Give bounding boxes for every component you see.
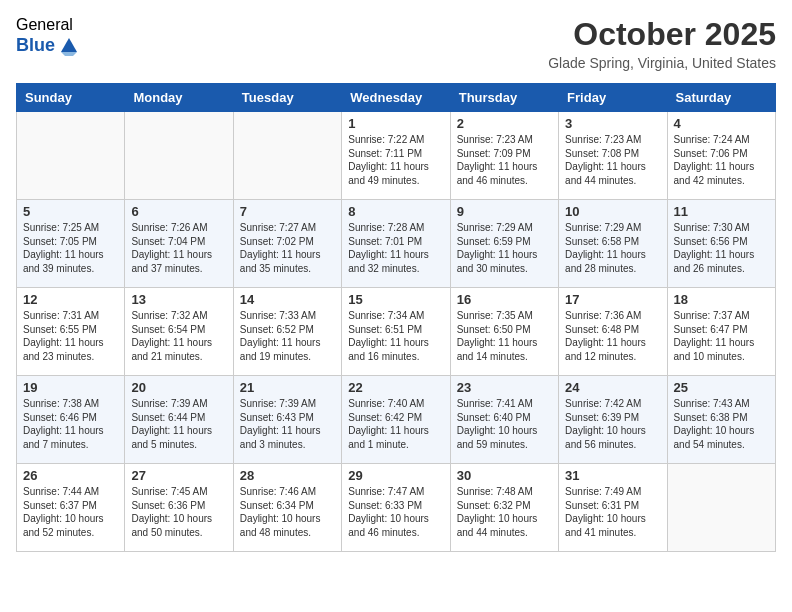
day-number: 24: [565, 380, 660, 395]
day-info: Sunrise: 7:30 AM Sunset: 6:56 PM Dayligh…: [674, 221, 769, 275]
calendar-cell: 23Sunrise: 7:41 AM Sunset: 6:40 PM Dayli…: [450, 376, 558, 464]
day-info: Sunrise: 7:24 AM Sunset: 7:06 PM Dayligh…: [674, 133, 769, 187]
day-info: Sunrise: 7:26 AM Sunset: 7:04 PM Dayligh…: [131, 221, 226, 275]
day-number: 20: [131, 380, 226, 395]
day-info: Sunrise: 7:45 AM Sunset: 6:36 PM Dayligh…: [131, 485, 226, 539]
day-info: Sunrise: 7:38 AM Sunset: 6:46 PM Dayligh…: [23, 397, 118, 451]
day-info: Sunrise: 7:29 AM Sunset: 6:58 PM Dayligh…: [565, 221, 660, 275]
calendar-header-sunday: Sunday: [17, 84, 125, 112]
day-info: Sunrise: 7:23 AM Sunset: 7:09 PM Dayligh…: [457, 133, 552, 187]
calendar-cell: 10Sunrise: 7:29 AM Sunset: 6:58 PM Dayli…: [559, 200, 667, 288]
day-number: 3: [565, 116, 660, 131]
day-info: Sunrise: 7:33 AM Sunset: 6:52 PM Dayligh…: [240, 309, 335, 363]
calendar-cell: 19Sunrise: 7:38 AM Sunset: 6:46 PM Dayli…: [17, 376, 125, 464]
calendar-cell: 21Sunrise: 7:39 AM Sunset: 6:43 PM Dayli…: [233, 376, 341, 464]
calendar-cell: 12Sunrise: 7:31 AM Sunset: 6:55 PM Dayli…: [17, 288, 125, 376]
logo-blue: Blue: [16, 36, 55, 56]
day-info: Sunrise: 7:48 AM Sunset: 6:32 PM Dayligh…: [457, 485, 552, 539]
svg-marker-0: [61, 38, 77, 52]
calendar-cell: 29Sunrise: 7:47 AM Sunset: 6:33 PM Dayli…: [342, 464, 450, 552]
calendar-cell: 20Sunrise: 7:39 AM Sunset: 6:44 PM Dayli…: [125, 376, 233, 464]
day-number: 31: [565, 468, 660, 483]
day-number: 14: [240, 292, 335, 307]
day-number: 23: [457, 380, 552, 395]
calendar-cell: 18Sunrise: 7:37 AM Sunset: 6:47 PM Dayli…: [667, 288, 775, 376]
calendar-cell: [17, 112, 125, 200]
calendar-table: SundayMondayTuesdayWednesdayThursdayFrid…: [16, 83, 776, 552]
title-section: October 2025 Glade Spring, Virginia, Uni…: [548, 16, 776, 71]
day-number: 26: [23, 468, 118, 483]
day-info: Sunrise: 7:32 AM Sunset: 6:54 PM Dayligh…: [131, 309, 226, 363]
calendar-header-thursday: Thursday: [450, 84, 558, 112]
calendar-cell: 5Sunrise: 7:25 AM Sunset: 7:05 PM Daylig…: [17, 200, 125, 288]
location: Glade Spring, Virginia, United States: [548, 55, 776, 71]
calendar-cell: 8Sunrise: 7:28 AM Sunset: 7:01 PM Daylig…: [342, 200, 450, 288]
day-info: Sunrise: 7:49 AM Sunset: 6:31 PM Dayligh…: [565, 485, 660, 539]
day-number: 12: [23, 292, 118, 307]
month-title: October 2025: [548, 16, 776, 53]
day-info: Sunrise: 7:39 AM Sunset: 6:43 PM Dayligh…: [240, 397, 335, 451]
calendar-cell: 16Sunrise: 7:35 AM Sunset: 6:50 PM Dayli…: [450, 288, 558, 376]
calendar-cell: 9Sunrise: 7:29 AM Sunset: 6:59 PM Daylig…: [450, 200, 558, 288]
calendar-header-saturday: Saturday: [667, 84, 775, 112]
calendar-cell: 31Sunrise: 7:49 AM Sunset: 6:31 PM Dayli…: [559, 464, 667, 552]
calendar-cell: 22Sunrise: 7:40 AM Sunset: 6:42 PM Dayli…: [342, 376, 450, 464]
week-row-4: 19Sunrise: 7:38 AM Sunset: 6:46 PM Dayli…: [17, 376, 776, 464]
day-info: Sunrise: 7:40 AM Sunset: 6:42 PM Dayligh…: [348, 397, 443, 451]
day-number: 30: [457, 468, 552, 483]
day-number: 16: [457, 292, 552, 307]
calendar-cell: 2Sunrise: 7:23 AM Sunset: 7:09 PM Daylig…: [450, 112, 558, 200]
page-header: General Blue October 2025 Glade Spring, …: [16, 16, 776, 71]
week-row-2: 5Sunrise: 7:25 AM Sunset: 7:05 PM Daylig…: [17, 200, 776, 288]
calendar-cell: 7Sunrise: 7:27 AM Sunset: 7:02 PM Daylig…: [233, 200, 341, 288]
day-number: 6: [131, 204, 226, 219]
calendar-cell: 25Sunrise: 7:43 AM Sunset: 6:38 PM Dayli…: [667, 376, 775, 464]
day-number: 22: [348, 380, 443, 395]
calendar-cell: 30Sunrise: 7:48 AM Sunset: 6:32 PM Dayli…: [450, 464, 558, 552]
calendar-cell: 3Sunrise: 7:23 AM Sunset: 7:08 PM Daylig…: [559, 112, 667, 200]
logo: General Blue: [16, 16, 81, 58]
logo-text: General Blue: [16, 16, 81, 58]
day-number: 7: [240, 204, 335, 219]
day-info: Sunrise: 7:27 AM Sunset: 7:02 PM Dayligh…: [240, 221, 335, 275]
calendar-header-row: SundayMondayTuesdayWednesdayThursdayFrid…: [17, 84, 776, 112]
day-number: 5: [23, 204, 118, 219]
calendar-header-friday: Friday: [559, 84, 667, 112]
day-info: Sunrise: 7:39 AM Sunset: 6:44 PM Dayligh…: [131, 397, 226, 451]
calendar-cell: 28Sunrise: 7:46 AM Sunset: 6:34 PM Dayli…: [233, 464, 341, 552]
week-row-5: 26Sunrise: 7:44 AM Sunset: 6:37 PM Dayli…: [17, 464, 776, 552]
logo-icon: [57, 34, 81, 58]
day-number: 18: [674, 292, 769, 307]
day-info: Sunrise: 7:28 AM Sunset: 7:01 PM Dayligh…: [348, 221, 443, 275]
day-info: Sunrise: 7:41 AM Sunset: 6:40 PM Dayligh…: [457, 397, 552, 451]
calendar-header-monday: Monday: [125, 84, 233, 112]
day-number: 1: [348, 116, 443, 131]
calendar-cell: 15Sunrise: 7:34 AM Sunset: 6:51 PM Dayli…: [342, 288, 450, 376]
day-info: Sunrise: 7:34 AM Sunset: 6:51 PM Dayligh…: [348, 309, 443, 363]
day-number: 28: [240, 468, 335, 483]
day-number: 27: [131, 468, 226, 483]
day-number: 10: [565, 204, 660, 219]
calendar-cell: [233, 112, 341, 200]
calendar-header-tuesday: Tuesday: [233, 84, 341, 112]
day-number: 8: [348, 204, 443, 219]
day-number: 13: [131, 292, 226, 307]
logo-general: General: [16, 16, 81, 34]
day-number: 15: [348, 292, 443, 307]
day-info: Sunrise: 7:36 AM Sunset: 6:48 PM Dayligh…: [565, 309, 660, 363]
calendar-cell: 6Sunrise: 7:26 AM Sunset: 7:04 PM Daylig…: [125, 200, 233, 288]
day-number: 29: [348, 468, 443, 483]
day-number: 25: [674, 380, 769, 395]
calendar-cell: 24Sunrise: 7:42 AM Sunset: 6:39 PM Dayli…: [559, 376, 667, 464]
calendar-cell: 17Sunrise: 7:36 AM Sunset: 6:48 PM Dayli…: [559, 288, 667, 376]
calendar-cell: 13Sunrise: 7:32 AM Sunset: 6:54 PM Dayli…: [125, 288, 233, 376]
week-row-1: 1Sunrise: 7:22 AM Sunset: 7:11 PM Daylig…: [17, 112, 776, 200]
day-number: 19: [23, 380, 118, 395]
day-info: Sunrise: 7:35 AM Sunset: 6:50 PM Dayligh…: [457, 309, 552, 363]
day-info: Sunrise: 7:22 AM Sunset: 7:11 PM Dayligh…: [348, 133, 443, 187]
day-info: Sunrise: 7:25 AM Sunset: 7:05 PM Dayligh…: [23, 221, 118, 275]
day-info: Sunrise: 7:23 AM Sunset: 7:08 PM Dayligh…: [565, 133, 660, 187]
day-info: Sunrise: 7:42 AM Sunset: 6:39 PM Dayligh…: [565, 397, 660, 451]
calendar-cell: [667, 464, 775, 552]
calendar-cell: 26Sunrise: 7:44 AM Sunset: 6:37 PM Dayli…: [17, 464, 125, 552]
